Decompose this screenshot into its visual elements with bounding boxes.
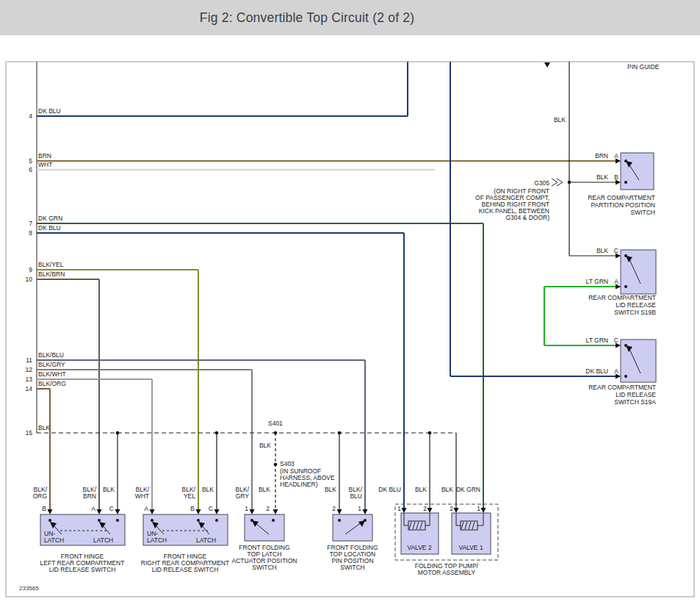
wire-label: DK BLU <box>38 107 61 115</box>
connector-arrow <box>115 509 120 514</box>
wire-label: LT GRN <box>586 278 608 285</box>
switch-position-label: LATCH <box>44 537 64 544</box>
pin-number: 2 <box>332 505 336 512</box>
pin-number: 11 <box>26 356 32 364</box>
switch-contact <box>624 181 627 184</box>
pin-number: 1 <box>477 505 480 512</box>
pin-letter: B <box>614 173 618 181</box>
connector-arrow <box>196 509 201 514</box>
figure-id: 233565 <box>19 585 39 592</box>
connector-arrow <box>337 509 342 514</box>
wire-label: BLK <box>596 247 608 254</box>
folding-top-pump-motor-assembly: DK BLU BLK BLK DK GRN 1 2 2 1 <box>378 486 498 576</box>
connector-arrow <box>481 508 486 513</box>
wire-label: BRN <box>38 152 51 159</box>
pin-number: 13 <box>26 376 33 383</box>
wire-label: BLK/BLU <box>38 351 64 359</box>
pin-number: 2 <box>423 505 427 512</box>
pin-letter: B <box>42 505 46 512</box>
switch-contact <box>624 375 627 378</box>
wire-label: BLK/GRY <box>38 361 65 368</box>
wire-label: BRN <box>83 492 96 500</box>
component-label: SWITCH S19B <box>614 309 656 316</box>
splice-location-text: HEADLINER) <box>280 481 318 488</box>
circuit-row-4: 4 DK BLU <box>29 62 408 120</box>
junction-dot <box>568 181 571 184</box>
ground-splice-icon <box>552 179 558 186</box>
pin-number: 2 <box>266 505 270 512</box>
switch-contact <box>197 519 200 522</box>
pin-number: 1 <box>358 505 361 512</box>
wire-label: DK BLU <box>585 367 608 375</box>
switch-contact <box>215 519 218 522</box>
wire-label: BLK/ORG <box>38 380 66 387</box>
component-label: PARTITION POSITION <box>591 201 655 209</box>
circuit-row-8: 8 DK BLU <box>29 224 406 513</box>
component-label: LID RELEASE SWITCH <box>152 566 219 573</box>
wire-label: BLK <box>415 486 427 493</box>
connector-arrow <box>214 509 220 514</box>
pin-letter: C <box>209 505 213 512</box>
pin-number: 1 <box>397 505 401 512</box>
connector-arrow <box>48 509 53 514</box>
switch-position-label: LATCH <box>196 537 216 544</box>
pin-number: 14 <box>26 385 33 392</box>
splice-label-s401: S401 <box>268 420 283 427</box>
switch-contact <box>116 519 119 522</box>
component-label: LID RELEASE <box>616 301 656 309</box>
pin-letter: A <box>614 278 618 285</box>
switch-contact <box>272 519 275 522</box>
component-label: LID RELEASE <box>616 391 656 398</box>
connector-arrow <box>150 509 155 514</box>
component-label: REAR COMPARTMENT <box>588 194 655 201</box>
pin-letter: A <box>614 367 618 375</box>
circuit-row-6: 6 WHT <box>29 161 435 173</box>
pin-letter: A <box>144 505 148 512</box>
switch-contact <box>98 519 101 522</box>
pin-number: 4 <box>29 112 32 120</box>
wire-label: BLK <box>38 424 50 431</box>
valve1-label: VALVE 1 <box>458 544 483 551</box>
wire-label: BLK/YEL <box>38 261 64 268</box>
connector-arrow <box>273 509 278 514</box>
circuit-row-7: 7 DK GRN <box>29 215 486 513</box>
circuit-row-9: 9 BLK/YEL <box>29 261 201 514</box>
splice-dot-s403 <box>274 463 278 467</box>
pin-number: 7 <box>29 220 32 227</box>
switch-contact <box>151 519 154 522</box>
component-label: SWITCH <box>252 564 277 571</box>
wire-label: LT GRN <box>586 337 608 344</box>
switch-contact <box>48 519 51 522</box>
pin-number: 6 <box>29 166 32 173</box>
component-box <box>245 514 284 541</box>
wire-label: ORG <box>33 492 47 500</box>
junction-dot <box>116 431 120 435</box>
junction-dot <box>428 431 432 435</box>
wire-label: DK GRN <box>456 486 480 493</box>
ground-label-g305: G305 <box>534 179 549 187</box>
splice-label-s403: S403 <box>280 460 295 467</box>
wiring-diagram-svg: PIN GUIDE 233565 4 DK BLU 5 BRN 6 WHT 7 … <box>0 0 700 610</box>
wire-label: BLK <box>441 486 453 493</box>
rear-compartment-partition-position-switch: BRN A BLK B REAR COMPARTMENT PARTITION P… <box>588 152 655 216</box>
pin-number: 8 <box>29 229 32 237</box>
wire-label: WHT <box>38 161 52 168</box>
wire-label: DK BLU <box>38 224 61 232</box>
pin-number: 2 <box>450 505 453 512</box>
wire-label: BLK <box>259 442 271 449</box>
component-label: LID RELEASE SWITCH <box>49 566 116 573</box>
switch-position-label: LATCH <box>147 537 167 544</box>
component-label: SWITCH S19A <box>614 398 656 406</box>
junction-dot <box>215 431 219 435</box>
pin-letter: C <box>614 247 618 254</box>
switch-contact <box>338 519 341 522</box>
pin-number: 1 <box>245 505 248 512</box>
wiring-diagram-page: Fig 2: Convertible Top Circuit (2 of 2) … <box>0 0 700 610</box>
connector-arrow <box>97 509 102 514</box>
wire-label: BLK <box>325 486 336 493</box>
pin-guide-arrow-icon <box>544 62 550 68</box>
junction-dot <box>338 431 342 435</box>
component-box <box>621 153 654 190</box>
connector-arrow <box>402 508 407 513</box>
wire-label: BLK <box>202 486 214 493</box>
